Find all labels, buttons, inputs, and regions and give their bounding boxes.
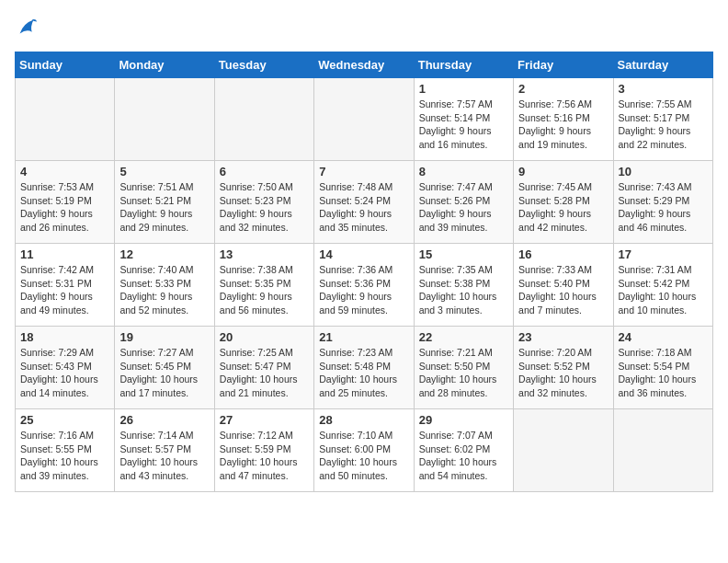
calendar-cell: 23Sunrise: 7:20 AM Sunset: 5:52 PM Dayli…: [514, 327, 613, 409]
day-number: 25: [20, 413, 109, 427]
day-number: 28: [319, 413, 408, 427]
day-number: 12: [119, 247, 209, 261]
day-info: Sunrise: 7:45 AM Sunset: 5:28 PM Dayligh…: [518, 180, 608, 235]
calendar-cell: 3Sunrise: 7:55 AM Sunset: 5:17 PM Daylig…: [613, 78, 712, 161]
day-number: 6: [220, 165, 309, 178]
calendar-cell: 21Sunrise: 7:23 AM Sunset: 5:48 PM Dayli…: [314, 327, 414, 409]
day-info: Sunrise: 7:48 AM Sunset: 5:24 PM Dayligh…: [319, 180, 408, 235]
calendar-cell: 14Sunrise: 7:36 AM Sunset: 5:36 PM Dayli…: [314, 244, 414, 327]
day-info: Sunrise: 7:36 AM Sunset: 5:36 PM Dayligh…: [319, 263, 408, 317]
calendar-cell: 28Sunrise: 7:10 AM Sunset: 6:00 PM Dayli…: [314, 409, 414, 492]
calendar-cell: 20Sunrise: 7:25 AM Sunset: 5:47 PM Dayli…: [214, 327, 313, 409]
day-info: Sunrise: 7:07 AM Sunset: 6:02 PM Dayligh…: [419, 429, 508, 483]
calendar-cell: 9Sunrise: 7:45 AM Sunset: 5:28 PM Daylig…: [514, 161, 613, 244]
day-number: 22: [419, 330, 508, 344]
calendar-cell: [613, 409, 712, 492]
calendar-cell: 22Sunrise: 7:21 AM Sunset: 5:50 PM Dayli…: [414, 327, 513, 409]
day-number: 1: [419, 82, 508, 96]
logo-bird-icon: [15, 15, 40, 40]
calendar-cell: 16Sunrise: 7:33 AM Sunset: 5:40 PM Dayli…: [514, 244, 613, 327]
calendar-cell: 6Sunrise: 7:50 AM Sunset: 5:23 PM Daylig…: [214, 161, 313, 244]
calendar-table: SundayMondayTuesdayWednesdayThursdayFrid…: [15, 52, 713, 492]
calendar-cell: 5Sunrise: 7:51 AM Sunset: 5:21 PM Daylig…: [115, 161, 214, 244]
day-info: Sunrise: 7:50 AM Sunset: 5:23 PM Dayligh…: [220, 180, 309, 235]
calendar-cell: 10Sunrise: 7:43 AM Sunset: 5:29 PM Dayli…: [613, 161, 712, 244]
calendar-week-row: 18Sunrise: 7:29 AM Sunset: 5:43 PM Dayli…: [16, 327, 713, 409]
day-info: Sunrise: 7:25 AM Sunset: 5:47 PM Dayligh…: [220, 346, 309, 400]
logo: [15, 15, 44, 40]
day-number: 5: [119, 165, 209, 178]
day-info: Sunrise: 7:47 AM Sunset: 5:26 PM Dayligh…: [419, 180, 508, 235]
column-header-wednesday: Wednesday: [314, 52, 414, 78]
calendar-cell: [314, 78, 414, 161]
calendar-cell: 7Sunrise: 7:48 AM Sunset: 5:24 PM Daylig…: [314, 161, 414, 244]
day-number: 19: [119, 330, 209, 344]
day-number: 14: [319, 247, 408, 261]
day-info: Sunrise: 7:21 AM Sunset: 5:50 PM Dayligh…: [419, 346, 508, 400]
calendar-cell: 17Sunrise: 7:31 AM Sunset: 5:42 PM Dayli…: [613, 244, 712, 327]
calendar-cell: 15Sunrise: 7:35 AM Sunset: 5:38 PM Dayli…: [414, 244, 513, 327]
calendar-cell: 26Sunrise: 7:14 AM Sunset: 5:57 PM Dayli…: [115, 409, 214, 492]
day-number: 16: [518, 247, 608, 261]
column-header-monday: Monday: [115, 52, 214, 78]
calendar-week-row: 11Sunrise: 7:42 AM Sunset: 5:31 PM Dayli…: [16, 244, 713, 327]
day-number: 24: [619, 330, 708, 344]
calendar-cell: 8Sunrise: 7:47 AM Sunset: 5:26 PM Daylig…: [414, 161, 513, 244]
day-info: Sunrise: 7:51 AM Sunset: 5:21 PM Dayligh…: [119, 180, 209, 235]
calendar-cell: 27Sunrise: 7:12 AM Sunset: 5:59 PM Dayli…: [214, 409, 313, 492]
day-number: 17: [619, 247, 708, 261]
calendar-cell: [115, 78, 214, 161]
day-info: Sunrise: 7:33 AM Sunset: 5:40 PM Dayligh…: [518, 263, 608, 317]
calendar-cell: [514, 409, 613, 492]
day-info: Sunrise: 7:27 AM Sunset: 5:45 PM Dayligh…: [119, 346, 209, 400]
day-info: Sunrise: 7:35 AM Sunset: 5:38 PM Dayligh…: [419, 263, 508, 317]
day-info: Sunrise: 7:56 AM Sunset: 5:16 PM Dayligh…: [518, 98, 608, 152]
day-info: Sunrise: 7:43 AM Sunset: 5:29 PM Dayligh…: [619, 180, 708, 235]
calendar-cell: [214, 78, 313, 161]
column-header-tuesday: Tuesday: [214, 52, 313, 78]
calendar-week-row: 4Sunrise: 7:53 AM Sunset: 5:19 PM Daylig…: [16, 161, 713, 244]
column-header-friday: Friday: [514, 52, 613, 78]
day-info: Sunrise: 7:14 AM Sunset: 5:57 PM Dayligh…: [119, 429, 209, 483]
calendar-cell: 19Sunrise: 7:27 AM Sunset: 5:45 PM Dayli…: [115, 327, 214, 409]
day-number: 2: [518, 82, 608, 96]
calendar-cell: 2Sunrise: 7:56 AM Sunset: 5:16 PM Daylig…: [514, 78, 613, 161]
calendar-cell: 25Sunrise: 7:16 AM Sunset: 5:55 PM Dayli…: [16, 409, 115, 492]
day-info: Sunrise: 7:18 AM Sunset: 5:54 PM Dayligh…: [619, 346, 708, 400]
calendar-cell: 1Sunrise: 7:57 AM Sunset: 5:14 PM Daylig…: [414, 78, 513, 161]
calendar-week-row: 25Sunrise: 7:16 AM Sunset: 5:55 PM Dayli…: [16, 409, 713, 492]
calendar-cell: 12Sunrise: 7:40 AM Sunset: 5:33 PM Dayli…: [115, 244, 214, 327]
day-info: Sunrise: 7:40 AM Sunset: 5:33 PM Dayligh…: [119, 263, 209, 317]
calendar-cell: 18Sunrise: 7:29 AM Sunset: 5:43 PM Dayli…: [16, 327, 115, 409]
day-number: 8: [419, 165, 508, 178]
day-number: 15: [419, 247, 508, 261]
day-info: Sunrise: 7:55 AM Sunset: 5:17 PM Dayligh…: [619, 98, 708, 152]
day-number: 4: [20, 165, 109, 178]
day-number: 26: [119, 413, 209, 427]
calendar-cell: 29Sunrise: 7:07 AM Sunset: 6:02 PM Dayli…: [414, 409, 513, 492]
calendar-cell: 11Sunrise: 7:42 AM Sunset: 5:31 PM Dayli…: [16, 244, 115, 327]
day-number: 10: [619, 165, 708, 178]
day-info: Sunrise: 7:10 AM Sunset: 6:00 PM Dayligh…: [319, 429, 408, 483]
day-number: 3: [619, 82, 708, 96]
day-info: Sunrise: 7:42 AM Sunset: 5:31 PM Dayligh…: [20, 263, 109, 317]
day-info: Sunrise: 7:57 AM Sunset: 5:14 PM Dayligh…: [419, 98, 508, 152]
day-info: Sunrise: 7:38 AM Sunset: 5:35 PM Dayligh…: [220, 263, 309, 317]
day-number: 29: [419, 413, 508, 427]
calendar-cell: 4Sunrise: 7:53 AM Sunset: 5:19 PM Daylig…: [16, 161, 115, 244]
day-number: 11: [20, 247, 109, 261]
column-header-sunday: Sunday: [16, 52, 115, 78]
calendar-week-row: 1Sunrise: 7:57 AM Sunset: 5:14 PM Daylig…: [16, 78, 713, 161]
day-number: 13: [220, 247, 309, 261]
calendar-header-row: SundayMondayTuesdayWednesdayThursdayFrid…: [16, 52, 713, 78]
day-info: Sunrise: 7:16 AM Sunset: 5:55 PM Dayligh…: [20, 429, 109, 483]
column-header-thursday: Thursday: [414, 52, 513, 78]
day-number: 23: [518, 330, 608, 344]
calendar-cell: 13Sunrise: 7:38 AM Sunset: 5:35 PM Dayli…: [214, 244, 313, 327]
day-info: Sunrise: 7:31 AM Sunset: 5:42 PM Dayligh…: [619, 263, 708, 317]
day-info: Sunrise: 7:29 AM Sunset: 5:43 PM Dayligh…: [20, 346, 109, 400]
day-info: Sunrise: 7:53 AM Sunset: 5:19 PM Dayligh…: [20, 180, 109, 235]
day-number: 21: [319, 330, 408, 344]
day-number: 9: [518, 165, 608, 178]
column-header-saturday: Saturday: [613, 52, 712, 78]
